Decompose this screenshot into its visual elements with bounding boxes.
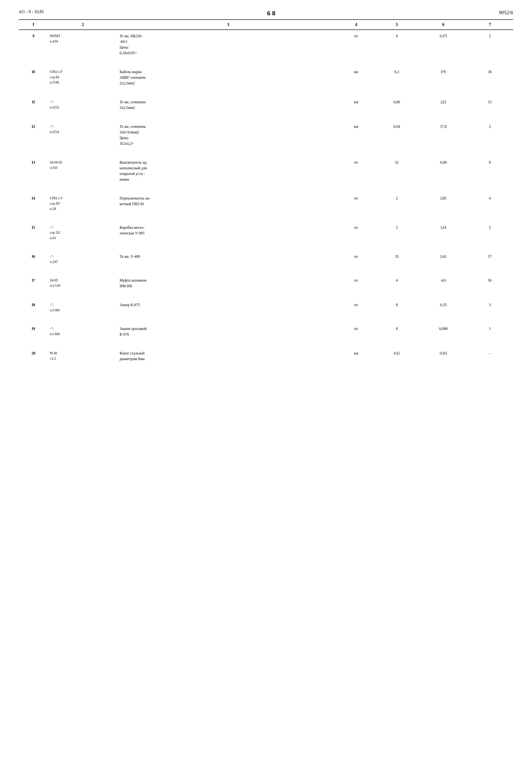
table-row: I364-0I-02 п.I50Выключатель од- нополюсн… [19, 156, 513, 186]
table-row: 9092МТ п.434То же, НБ220- -60-I Цена: 0,… [19, 30, 513, 59]
row-price: I,85 [420, 192, 466, 215]
header-left: 411 - 9 - 10.85 [19, 9, 44, 14]
spacer-row [19, 244, 513, 250]
col-header-6: 6 [420, 20, 466, 30]
row-num: I3 [19, 156, 48, 186]
row-price: 0,088 [420, 323, 466, 341]
row-price: I,I4 [420, 221, 466, 244]
row-qty: 0,I2 [374, 347, 420, 365]
row-desc: Кабель марки АВВГ сечением 2x2,5мм2 [118, 66, 339, 89]
row-ref: 0I-I8 т.I.2 [48, 347, 118, 365]
row-unit: нт [339, 299, 374, 316]
row-price: 4,0 [420, 274, 466, 292]
row-unit: км [339, 121, 374, 150]
row-desc: Переключатель па- кетный ПВ2-I0 [118, 192, 339, 215]
row-unit: нт [339, 30, 374, 59]
table-header-row: I 2 3 4 5 6 7 [19, 20, 513, 30]
row-unit: нт [339, 192, 374, 215]
row-desc: То же, сечением 3x2,5мм2 [118, 96, 339, 114]
spacer-row [19, 365, 513, 372]
spacer-row [19, 89, 513, 96]
table-row: I2-"- п.I254То же, сечением 3x6+Ix4мм2 Ц… [19, 121, 513, 150]
row-num: 9 [19, 30, 48, 59]
row-total: I3 [467, 96, 513, 114]
row-desc: То же, сечением 3x6+Ix4мм2 Цена: 3I,5xI,… [118, 121, 339, 150]
row-unit: нт [339, 221, 374, 244]
row-qty: 0,04 [374, 121, 420, 150]
row-ref: -"- п.I254 [48, 121, 118, 150]
row-unit: нт [339, 274, 374, 292]
col-header-4: 4 [339, 20, 374, 30]
row-desc: Зажим тросовый К-676 [118, 323, 339, 341]
col-header-1: I [19, 20, 48, 30]
table-row: I724-05 п.I-539Муфта натяжная НМ-I00нт44… [19, 274, 513, 292]
table-row: I4СРЦ ч.У стр.I97 п.28Переключатель па- … [19, 192, 513, 215]
row-desc: Выключатель од- нополюсный для открытой … [118, 156, 339, 186]
row-num: 20 [19, 347, 48, 365]
row-num: II [19, 96, 48, 114]
row-qty: 4 [374, 274, 420, 292]
row-price: 222 [420, 96, 466, 114]
row-total: 4 [467, 192, 513, 215]
row-total: – [467, 347, 513, 365]
row-qty: 8 [374, 323, 420, 341]
row-price: 0,I7I [420, 30, 466, 59]
row-unit: нт [339, 323, 374, 341]
row-ref: -"- п.I252 [48, 96, 118, 114]
row-ref: -"- п.I-00I [48, 299, 118, 316]
row-price: I,63 [420, 250, 466, 268]
row-unit: км [339, 96, 374, 114]
row-desc: Канат стальной диаметром 8мм [118, 347, 339, 365]
row-num: I9 [19, 323, 48, 341]
row-unit: км [339, 347, 374, 365]
row-desc: Анкер К-675 [118, 299, 339, 316]
row-unit: нт [339, 156, 374, 186]
row-ref: СРЦ ч.У стр.I97 п.28 [48, 192, 118, 215]
row-unit: км [339, 66, 374, 89]
spacer-row [19, 150, 513, 156]
spacer-row [19, 59, 513, 66]
row-qty: 35 [374, 250, 420, 268]
row-ref: -"- стр.2I2 п.81 [48, 221, 118, 244]
header-right: 9052/6 [499, 9, 513, 16]
row-total: 8 [467, 156, 513, 186]
row-num: I6 [19, 250, 48, 268]
row-total: I6 [467, 274, 513, 292]
header-center: 6 8 [44, 9, 499, 17]
table-row: I8-"- п.I-00IАнкер К-675нт80,353 [19, 299, 513, 316]
row-desc: То же, У-409 [118, 250, 339, 268]
row-ref: СРЦ ч.У стр.66 п.I196 [48, 66, 118, 89]
row-total: I [467, 323, 513, 341]
spacer-row [19, 341, 513, 347]
row-ref: 24-05 п.I-539 [48, 274, 118, 292]
spacer-row [19, 215, 513, 221]
row-price: 0,68 [420, 156, 466, 186]
row-ref: -"- п.I-I00 [48, 323, 118, 341]
row-price: 0,II3 [420, 347, 466, 365]
spacer-row [19, 186, 513, 192]
row-ref: 092МТ п.434 [48, 30, 118, 59]
col-header-7: 7 [467, 20, 513, 30]
table-row: I6-"- п.207То же, У-409нт35I,6357 [19, 250, 513, 268]
col-header-2: 2 [48, 20, 118, 30]
spacer-row [19, 268, 513, 274]
col-header-5: 5 [374, 20, 420, 30]
spacer-row [19, 316, 513, 323]
row-total: 36 [467, 66, 513, 89]
row-qty: 2 [374, 221, 420, 244]
row-desc: То же, НБ220- -60-I Цена: 0,18x0,95= [118, 30, 339, 59]
row-num: I0 [19, 66, 48, 89]
row-num: I2 [19, 121, 48, 150]
row-unit: нт [339, 250, 374, 268]
row-total: 2 [467, 121, 513, 150]
row-num: I4 [19, 192, 48, 215]
row-qty: 0,2 [374, 66, 420, 89]
row-total: 57 [467, 250, 513, 268]
row-qty: 8 [374, 299, 420, 316]
table-row: I9-"- п.I-I00Зажим тросовый К-676нт80,08… [19, 323, 513, 341]
row-num: I7 [19, 274, 48, 292]
page-header: 411 - 9 - 10.85 6 8 9052/6 [19, 9, 513, 17]
row-qty: 2 [374, 192, 420, 215]
row-total: 2 [467, 30, 513, 59]
row-price: I79 [420, 66, 466, 89]
